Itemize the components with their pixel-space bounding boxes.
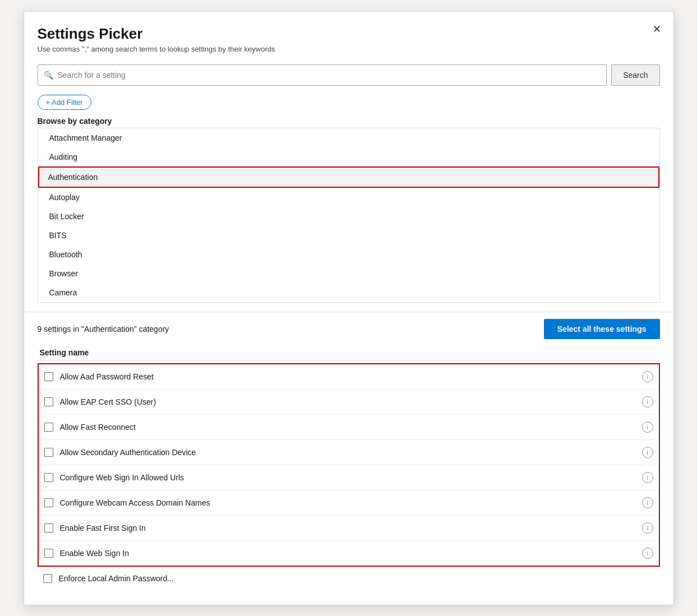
info-icon[interactable]: i [642, 447, 653, 458]
dialog-header: Settings Picker Use commas "," among sea… [24, 25, 673, 60]
results-count: 9 settings in "Authentication" category [38, 325, 169, 334]
setting-name: Allow Fast Reconnect [60, 423, 136, 432]
search-input[interactable] [58, 71, 601, 80]
settings-table-header: Setting name [38, 345, 660, 361]
setting-checkbox[interactable] [44, 524, 53, 532]
info-icon[interactable]: i [642, 548, 653, 559]
category-item-bluetooth[interactable]: Bluetooth [38, 245, 659, 264]
table-row: Allow EAP Cert SSO (User)i [39, 390, 659, 415]
table-row: Enable Web Sign Ini [39, 541, 659, 566]
setting-name: Allow EAP Cert SSO (User) [60, 397, 156, 406]
table-row: Configure Web Sign In Allowed Urlsi [39, 465, 659, 490]
dialog-subtitle: Use commas "," among search terms to loo… [38, 45, 660, 53]
dialog-title: Settings Picker [38, 25, 660, 43]
setting-left: Allow EAP Cert SSO (User) [44, 397, 156, 406]
table-row: Configure Webcam Access Domain Namesi [39, 490, 659, 516]
setting-checkbox[interactable] [44, 372, 53, 381]
setting-left: Enable Fast First Sign In [44, 524, 146, 532]
category-item-autoplay[interactable]: Autoplay [38, 188, 659, 207]
category-item-authentication[interactable]: Authentication [38, 166, 659, 188]
setting-name: Configure Web Sign In Allowed Urls [60, 473, 184, 482]
add-filter-button[interactable]: + Add Filter [38, 95, 91, 110]
table-row: Enable Fast First Sign Ini [39, 516, 659, 541]
info-icon[interactable]: i [642, 396, 653, 407]
category-item-bit-locker[interactable]: Bit Locker [38, 207, 659, 226]
select-all-button[interactable]: Select all these settings [544, 319, 660, 339]
setting-name: Enable Web Sign In [60, 549, 130, 558]
setting-left: Configure Webcam Access Domain Names [44, 498, 210, 507]
info-icon[interactable]: i [642, 371, 653, 382]
setting-name: Enable Fast First Sign In [60, 524, 146, 532]
close-button[interactable]: ✕ [650, 22, 663, 36]
filter-row: + Add Filter [24, 92, 673, 117]
search-input-wrapper: 🔍 [38, 64, 607, 86]
setting-name: Configure Webcam Access Domain Names [60, 498, 210, 507]
results-wrapper: Allow Aad Password ResetiAllow EAP Cert … [38, 363, 660, 567]
setting-left: Configure Web Sign In Allowed Urls [44, 473, 184, 482]
search-icon: 🔍 [44, 71, 53, 80]
table-row: Allow Aad Password Reseti [39, 364, 659, 390]
results-section: 9 settings in "Authentication" category … [24, 312, 673, 590]
setting-checkbox-truncated[interactable] [43, 574, 52, 583]
setting-name: Allow Secondary Authentication Device [60, 448, 196, 457]
search-button[interactable]: Search [611, 64, 659, 86]
category-item-auditing[interactable]: Auditing [38, 147, 659, 166]
setting-left: Allow Aad Password Reset [44, 372, 154, 381]
settings-list-container: Allow Aad Password ResetiAllow EAP Cert … [38, 363, 660, 567]
category-item-browser[interactable]: Browser [38, 264, 659, 283]
setting-left: Enable Web Sign In [44, 549, 130, 558]
table-row: Allow Fast Reconnecti [39, 415, 659, 440]
setting-checkbox[interactable] [44, 423, 53, 432]
setting-checkbox[interactable] [44, 549, 53, 558]
truncated-row: Enforce Local Admin Password... [38, 567, 660, 590]
browse-section: Browse by category Attachment ManagerAud… [24, 117, 673, 303]
category-list-container: Attachment ManagerAuditingAuthentication… [38, 128, 660, 303]
info-icon[interactable]: i [642, 472, 653, 483]
setting-checkbox[interactable] [44, 397, 53, 406]
setting-name-truncated: Enforce Local Admin Password... [59, 574, 174, 583]
search-row: 🔍 Search [24, 60, 673, 92]
setting-name: Allow Aad Password Reset [60, 372, 154, 381]
setting-checkbox[interactable] [44, 498, 53, 507]
browse-title: Browse by category [38, 117, 660, 126]
info-icon[interactable]: i [642, 497, 653, 508]
results-header: 9 settings in "Authentication" category … [38, 319, 660, 339]
setting-left: Allow Secondary Authentication Device [44, 448, 196, 457]
settings-picker-dialog: Settings Picker Use commas "," among sea… [24, 11, 674, 605]
category-item-attachment-manager[interactable]: Attachment Manager [38, 128, 659, 147]
setting-left: Allow Fast Reconnect [44, 423, 136, 432]
category-list: Attachment ManagerAuditingAuthentication… [38, 128, 659, 302]
table-row: Allow Secondary Authentication Devicei [39, 440, 659, 465]
setting-checkbox[interactable] [44, 448, 53, 457]
info-icon[interactable]: i [642, 422, 653, 433]
setting-checkbox[interactable] [44, 473, 53, 482]
info-icon[interactable]: i [642, 522, 653, 534]
category-item-bits[interactable]: BITS [38, 226, 659, 245]
category-item-camera[interactable]: Camera [38, 283, 659, 302]
